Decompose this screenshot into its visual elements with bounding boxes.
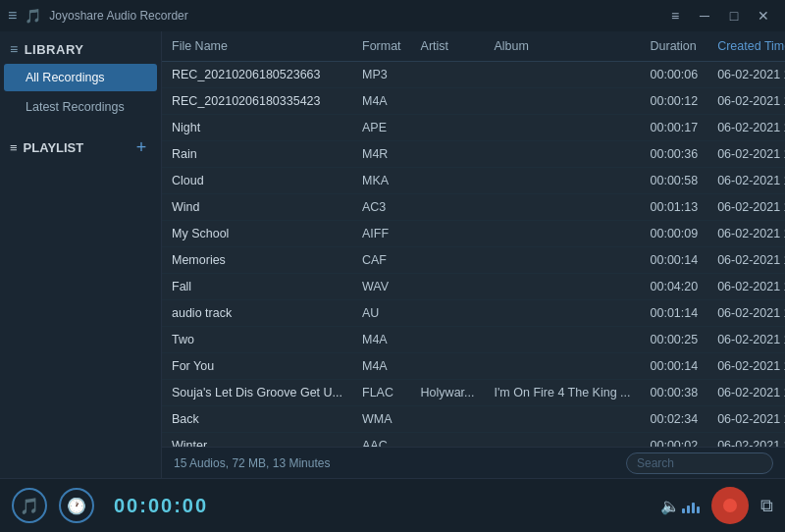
cell-artist: [411, 168, 485, 194]
cell-name: Night: [162, 115, 352, 141]
split-button[interactable]: ⧉: [760, 496, 773, 516]
cell-duration: 00:00:14: [641, 247, 708, 274]
content-area: File Name Format Artist Album Duration C…: [162, 31, 785, 478]
cell-album: [484, 406, 640, 433]
minimize-button[interactable]: ─: [691, 5, 718, 27]
sidebar-item-latest-recordings[interactable]: Latest Recordings: [4, 93, 157, 121]
cell-name: REC_20210206180523663: [162, 62, 352, 88]
cell-format: M4R: [352, 141, 411, 168]
cell-artist: [411, 221, 485, 247]
table-row[interactable]: Two M4A 00:00:25 06-02-2021 17:52: [162, 327, 785, 353]
cell-format: M4A: [352, 88, 411, 115]
music-player-button[interactable]: 🎵: [12, 488, 47, 523]
app-icon: 🎵: [25, 8, 41, 24]
cell-album: [484, 274, 640, 300]
search-input[interactable]: [626, 452, 773, 474]
sidebar-item-all-recordings[interactable]: All Recordings: [4, 64, 157, 91]
clock-icon: 🕐: [67, 497, 86, 515]
cell-name: REC_20210206180335423: [162, 88, 352, 115]
close-button[interactable]: ✕: [750, 5, 777, 27]
cell-duration: 00:00:06: [641, 62, 708, 88]
volume-button[interactable]: 🔈: [660, 497, 700, 515]
add-playlist-button[interactable]: +: [131, 137, 151, 157]
cell-album: [484, 353, 640, 380]
record-button[interactable]: [711, 487, 749, 524]
sidebar: ≡ LIBRARY All Recordings Latest Recordin…: [0, 31, 162, 478]
cell-duration: 00:00:38: [641, 380, 708, 406]
bottombar: 🎵 🕐 00:00:00 🔈 ⧉: [0, 478, 785, 532]
col-header-format[interactable]: Format: [352, 31, 411, 62]
table-row[interactable]: My School AIFF 00:00:09 06-02-2021 17:59: [162, 221, 785, 247]
cell-created: 06-02-2021 18:03: [707, 88, 785, 115]
vol-bar-4: [697, 506, 700, 513]
cell-album: [484, 88, 640, 115]
cell-created: 06-02-2021 17:59: [707, 221, 785, 247]
table-row[interactable]: For You M4A 00:00:14 06-02-2021 17:51: [162, 353, 785, 380]
cell-artist: [411, 141, 485, 168]
cell-name: Winter: [162, 433, 352, 448]
cell-artist: [411, 194, 485, 221]
cell-format: MP3: [352, 62, 411, 88]
col-header-artist[interactable]: Artist: [411, 31, 485, 62]
col-header-created[interactable]: Created Time ▼: [707, 31, 785, 62]
maximize-button[interactable]: □: [720, 5, 748, 27]
cell-created: 06-02-2021 17:59: [707, 194, 785, 221]
cell-name: Wind: [162, 194, 352, 221]
table-header: File Name Format Artist Album Duration C…: [162, 31, 785, 62]
music-note-icon: 🎵: [20, 497, 39, 515]
cell-artist: [411, 115, 485, 141]
schedule-button[interactable]: 🕐: [59, 488, 94, 523]
cell-format: WMA: [352, 406, 411, 433]
cell-format: CAF: [352, 247, 411, 274]
vol-bar-3: [692, 503, 695, 513]
cell-duration: 00:02:34: [641, 406, 708, 433]
playlist-header: ≡ PLAYLIST +: [0, 128, 161, 163]
cell-album: I'm On Fire 4 The King ...: [484, 380, 640, 406]
hamburger-button[interactable]: ≡: [661, 5, 689, 27]
cell-created: 06-02-2021 18:03: [707, 115, 785, 141]
table-row[interactable]: audio track AU 00:01:14 06-02-2021 17:52: [162, 300, 785, 327]
cell-created: 06-02-2021 17:52: [707, 300, 785, 327]
table-row[interactable]: Rain M4R 00:00:36 06-02-2021 18:01: [162, 141, 785, 168]
cell-duration: 00:00:36: [641, 141, 708, 168]
cell-album: [484, 168, 640, 194]
cell-name: Fall: [162, 274, 352, 300]
titlebar-controls: ≡ ─ □ ✕: [661, 5, 777, 27]
cell-created: 06-02-2021 17:47: [707, 433, 785, 448]
cell-duration: 00:00:12: [641, 88, 708, 115]
vol-bar-2: [687, 505, 690, 513]
table-row[interactable]: Souja's Let Dis Groove Get U... FLAC Hol…: [162, 380, 785, 406]
table-row[interactable]: Night APE 00:00:17 06-02-2021 18:03: [162, 115, 785, 141]
cell-format: AC3: [352, 194, 411, 221]
col-header-album[interactable]: Album: [484, 31, 640, 62]
cell-album: [484, 194, 640, 221]
cell-created: 06-02-2021 17:54: [707, 274, 785, 300]
vol-bar-1: [682, 508, 685, 513]
cell-artist: [411, 300, 485, 327]
table-row[interactable]: Fall WAV 00:04:20 06-02-2021 17:54: [162, 274, 785, 300]
statusbar: 15 Audios, 72 MB, 13 Minutes: [162, 447, 785, 478]
recordings-table-container[interactable]: File Name Format Artist Album Duration C…: [162, 31, 785, 447]
cell-duration: 00:00:25: [641, 327, 708, 353]
cell-artist: Holywar...: [411, 380, 485, 406]
cell-name: My School: [162, 221, 352, 247]
col-header-name[interactable]: File Name: [162, 31, 352, 62]
cell-artist: [411, 406, 485, 433]
table-row[interactable]: Back WMA 00:02:34 06-02-2021 17:48: [162, 406, 785, 433]
status-info: 15 Audios, 72 MB, 13 Minutes: [174, 456, 330, 470]
table-row[interactable]: REC_20210206180523663 MP3 00:00:06 06-02…: [162, 62, 785, 88]
playlist-menu-icon: ≡: [10, 140, 18, 155]
cell-format: AIFF: [352, 221, 411, 247]
cell-duration: 00:00:02: [641, 433, 708, 448]
cell-name: Memories: [162, 247, 352, 274]
table-row[interactable]: Wind AC3 00:01:13 06-02-2021 17:59: [162, 194, 785, 221]
col-header-duration[interactable]: Duration: [641, 31, 708, 62]
table-row[interactable]: Winter AAC 00:00:02 06-02-2021 17:47: [162, 433, 785, 448]
cell-format: M4A: [352, 327, 411, 353]
hamburger-menu-icon[interactable]: ≡: [8, 7, 17, 25]
table-row[interactable]: REC_20210206180335423 M4A 00:00:12 06-02…: [162, 88, 785, 115]
cell-duration: 00:01:14: [641, 300, 708, 327]
table-row[interactable]: Cloud MKA 00:00:58 06-02-2021 18:01: [162, 168, 785, 194]
app-title: Joyoshare Audio Recorder: [49, 9, 187, 23]
table-row[interactable]: Memories CAF 00:00:14 06-02-2021 17:59: [162, 247, 785, 274]
